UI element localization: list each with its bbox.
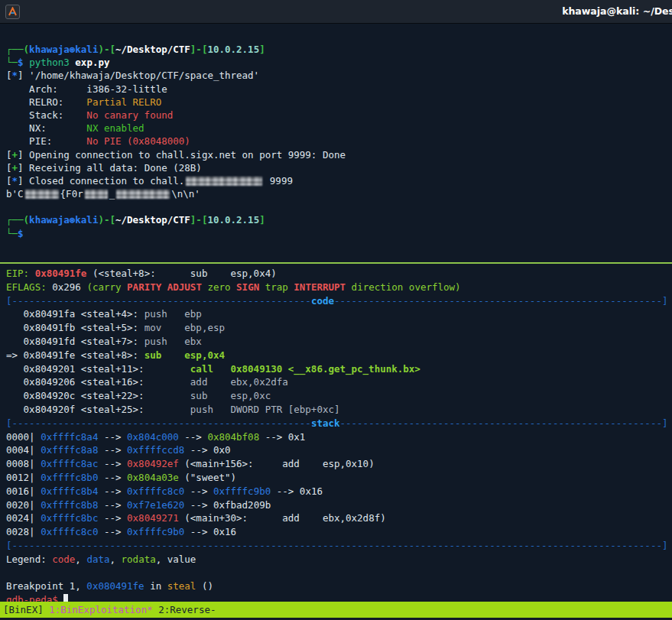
text-segment: mov ebp,esp — [144, 322, 225, 333]
text-segment: * — [12, 175, 18, 187]
text-segment: ]-[ — [190, 44, 208, 55]
text-segment: [ — [6, 417, 12, 429]
text-segment: 0xffffc8b0 — [41, 472, 98, 483]
terminal-line: └─$ python3 exp.py — [6, 56, 346, 69]
text-segment: 0xffffc8ac — [41, 458, 98, 469]
text-segment: exp.py — [75, 57, 109, 68]
text-segment: 0xf7e1e620 — [127, 499, 184, 511]
text-segment: 0x80491fe — [35, 268, 87, 279]
terminal-app-icon[interactable] — [5, 5, 20, 19]
text-segment: ] — [662, 540, 668, 551]
text-segment: Stack: — [6, 109, 86, 121]
terminal-line — [6, 200, 346, 213]
terminal-line: [---------------------------------------… — [6, 417, 667, 430]
text-segment: Breakpoint 1, — [6, 580, 86, 592]
text-segment: --> — [184, 485, 213, 497]
text-segment: 0x804c000 — [127, 431, 179, 443]
text-segment: ] '/home/khawaja/Desktop/CTF/space_threa… — [18, 70, 259, 81]
tmux-pane-divider[interactable] — [0, 262, 672, 264]
text-segment: , — [75, 553, 86, 565]
text-segment: --> 0x16 — [271, 485, 323, 497]
text-segment: 9999 — [264, 175, 293, 187]
text-segment: 0xffffc8bc — [41, 512, 98, 524]
terminal-line: RELRO: Partial RELRO — [6, 96, 346, 109]
redacted-text — [25, 190, 59, 199]
terminal-line: 0000| 0xffffc8a4 --> 0x804c000 --> 0x804… — [6, 430, 667, 444]
text-segment: ----------------------------------------… — [12, 417, 311, 429]
text-segment: ]-[ — [190, 214, 208, 226]
text-segment: ] — [662, 295, 668, 307]
redacted-text — [85, 190, 108, 199]
text-segment: 0xffffc8c0 — [41, 526, 98, 537]
text-segment: ~/Desktop/CTF — [115, 44, 190, 55]
terminal-line: [*] '/home/khawaja/Desktop/CTF/space_thr… — [6, 69, 346, 82]
text-segment: --> 0xfbad209b — [184, 499, 271, 511]
text-segment: + — [12, 149, 18, 161]
text-segment: {F0r — [60, 188, 83, 200]
text-segment: )-[ — [98, 214, 115, 226]
text-segment: b'C — [6, 188, 24, 200]
terminal-line: 0x80491fb <steal+5>: mov ebp,esp — [6, 321, 667, 335]
text-segment: 0xffffccd8 — [127, 444, 184, 456]
text-segment: PARITY ADJUST — [127, 281, 202, 293]
text-segment: => 0x80491fe <steal+8>: — [6, 349, 144, 361]
text-segment: () — [196, 580, 213, 592]
text-segment: )-[ — [98, 44, 115, 55]
text-segment: --> — [98, 444, 127, 456]
terminal-pane-gdb[interactable]: EIP: 0x80491fe (<steal+8>: sub esp,0x4)E… — [6, 267, 667, 607]
text-segment: No PIE (0x8048000) — [86, 135, 190, 147]
text-segment: Partial RELRO — [86, 96, 161, 108]
terminal-line: Breakpoint 1, 0x080491fe in steal () — [6, 579, 667, 593]
text-segment: INTERRUPT — [294, 281, 346, 293]
tmux-window-2[interactable]: 2:Reverse- — [153, 604, 216, 615]
text-segment: --> — [98, 472, 127, 483]
text-segment: + — [12, 162, 18, 174]
text-segment: --> — [98, 458, 127, 469]
text-segment: ~/Desktop/CTF — [115, 214, 190, 226]
text-segment: (<main+30>: add ebx,0x2d8f) — [179, 512, 386, 524]
terminal-line: 0x80491fa <steal+4>: push ebp — [6, 307, 667, 321]
text-segment: direction overflow) — [346, 281, 461, 293]
text-segment: Legend: — [6, 553, 52, 565]
text-segment — [24, 57, 30, 68]
text-segment: stack — [311, 417, 340, 429]
app-icon-glyph — [8, 7, 18, 17]
text-segment: 0028| — [6, 526, 41, 537]
text-segment: ┌──( — [6, 44, 29, 55]
text-segment: [ — [6, 295, 12, 307]
text-segment: ----------------------------------------… — [12, 540, 662, 551]
text-segment: 0x8049201 <steal+11>: — [6, 363, 190, 375]
terminal-pane-exploit[interactable]: ┌──(khawaja⊛kali)-[~/Desktop/CTF]-[10.0.… — [6, 43, 346, 240]
terminal-line: 0016| 0xffffc8b4 --> 0xffffc8c0 --> 0xff… — [6, 485, 667, 498]
tmux-window-active[interactable]: 1:BinExploitation* — [49, 604, 152, 615]
text-segment: 0008| — [6, 458, 41, 469]
terminal-line: [---------------------------------------… — [6, 539, 667, 553]
text-segment: PIE: — [6, 135, 86, 147]
terminal-line: └─$ — [6, 227, 346, 240]
terminal-line: 0x80491fd <steal+7>: push ebx — [6, 335, 667, 349]
text-segment: --> 0x16 — [184, 526, 236, 537]
terminal-line: EIP: 0x80491fe (<steal+8>: sub esp,0x4) — [6, 267, 667, 281]
terminal-line: 0012| 0xffffc8b0 --> 0x804a03e ("sweet") — [6, 471, 667, 485]
text-segment: --> 0x0 — [184, 444, 230, 456]
text-segment: 0x80491fa <steal+4>: — [6, 308, 144, 320]
terminal-line: 0x804920c <steal+22>: sub esp,0xc — [6, 389, 667, 403]
text-segment: └─ — [6, 57, 18, 68]
text-segment: NX enabled — [86, 122, 144, 134]
redacted-text — [116, 190, 170, 199]
text-segment: 0x080491fe — [86, 580, 144, 592]
redacted-text — [186, 177, 262, 186]
text-segment: 0x80491fd <steal+7>: — [6, 336, 144, 347]
text-segment: 0xffffc8b8 — [41, 499, 98, 511]
text-segment: 0xffffc8c0 — [127, 485, 184, 497]
text-segment: 0x8049206 <steal+16>: — [6, 376, 190, 388]
text-segment: 0x804920f <steal+25>: — [6, 404, 190, 415]
text-segment: [ — [6, 175, 12, 187]
text-segment: 10.0.2.15 — [207, 214, 259, 226]
terminal-line — [6, 566, 667, 580]
text-segment: ----------------------------------------… — [340, 417, 662, 429]
text-segment: No canary found — [86, 109, 173, 121]
text-segment: push ebp — [144, 308, 202, 320]
text-segment: code — [311, 295, 334, 307]
terminal-line: 0x8049206 <steal+16>: add ebx,0x2dfa — [6, 375, 667, 389]
